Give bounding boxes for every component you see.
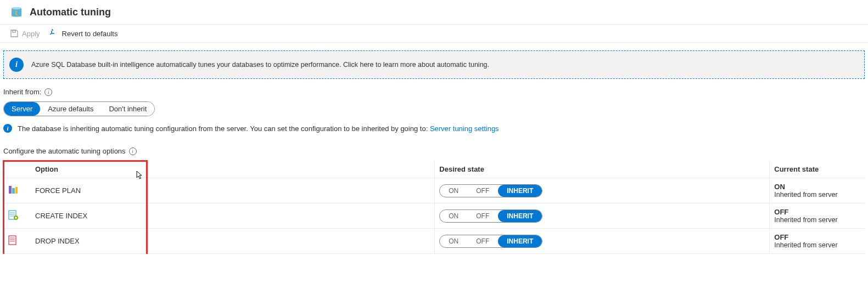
current-state-value: OFF <box>774 208 860 216</box>
force-plan-icon <box>8 184 19 195</box>
apply-label: Apply <box>22 30 40 38</box>
server-tuning-settings-link[interactable]: Server tuning settings <box>430 124 499 133</box>
table-row: DROP INDEX ON OFF INHERIT OFF Inherited … <box>3 229 865 254</box>
desired-state-toggle[interactable]: ON OFF INHERIT <box>439 209 542 223</box>
current-state-value: ON <box>774 183 860 191</box>
inherit-note-text: The database is inheriting automatic tun… <box>18 124 430 133</box>
state-on[interactable]: ON <box>440 185 467 197</box>
state-inherit[interactable]: INHERIT <box>498 210 542 222</box>
info-icon: i <box>3 124 12 133</box>
option-name: CREATE INDEX <box>35 212 430 220</box>
inherit-note: i The database is inheriting automatic t… <box>3 124 865 146</box>
drop-index-icon <box>8 235 19 246</box>
col-header-desired: Desired state <box>435 161 770 178</box>
svg-rect-4 <box>15 187 18 194</box>
desired-state-toggle[interactable]: ON OFF INHERIT <box>439 184 542 197</box>
automatic-tuning-icon <box>10 5 23 19</box>
current-state-source: Inherited from server <box>774 216 860 224</box>
col-header-current: Current state <box>770 161 865 178</box>
state-on[interactable]: ON <box>440 210 467 222</box>
inherit-option-dont-inherit[interactable]: Don't inherit <box>101 102 154 116</box>
apply-button[interactable]: Apply <box>10 29 40 38</box>
inherit-from-label: Inherit from: i <box>3 87 865 101</box>
current-state-source: Inherited from server <box>774 241 860 249</box>
action-bar: Apply Revert to defaults <box>0 25 868 43</box>
info-icon: i <box>9 58 24 72</box>
table-row: FORCE PLAN ON OFF INHERIT ON Inherited f… <box>3 178 865 203</box>
desired-state-toggle[interactable]: ON OFF INHERIT <box>439 235 542 248</box>
info-banner-text: Azure SQL Database built-in intelligence… <box>31 61 489 69</box>
option-name: DROP INDEX <box>35 237 430 245</box>
col-header-option: Option <box>3 161 435 178</box>
save-icon <box>10 29 19 38</box>
state-on[interactable]: ON <box>440 235 467 247</box>
svg-rect-1 <box>13 30 15 32</box>
svg-rect-10 <box>9 236 16 245</box>
info-banner[interactable]: i Azure SQL Database built-in intelligen… <box>3 50 865 79</box>
state-off[interactable]: OFF <box>467 185 498 197</box>
create-index-icon <box>8 209 19 220</box>
revert-button[interactable]: Revert to defaults <box>50 29 118 38</box>
options-table: Option Desired state Current state FORCE… <box>3 161 865 254</box>
inherit-option-server[interactable]: Server <box>4 102 40 116</box>
inherit-option-azure-defaults[interactable]: Azure defaults <box>40 102 101 116</box>
options-table-wrap: Option Desired state Current state FORCE… <box>3 161 865 254</box>
option-name: FORCE PLAN <box>35 186 430 195</box>
revert-icon <box>50 29 59 38</box>
page-title: Automatic tuning <box>30 7 111 18</box>
state-inherit[interactable]: INHERIT <box>498 185 542 197</box>
state-off[interactable]: OFF <box>467 235 498 247</box>
svg-point-0 <box>12 7 21 9</box>
current-state-source: Inherited from server <box>774 191 860 199</box>
help-icon[interactable]: i <box>44 88 52 96</box>
state-inherit[interactable]: INHERIT <box>498 235 542 247</box>
revert-label: Revert to defaults <box>62 30 118 38</box>
inherit-toggle[interactable]: Server Azure defaults Don't inherit <box>3 101 155 116</box>
help-icon[interactable]: i <box>129 148 137 155</box>
configure-label: Configure the automatic tuning options i <box>3 146 865 161</box>
state-off[interactable]: OFF <box>467 210 498 222</box>
svg-rect-3 <box>12 188 15 194</box>
table-row: CREATE INDEX ON OFF INHERIT OFF Inherite… <box>3 203 865 229</box>
current-state-value: OFF <box>774 233 860 241</box>
page-header: Automatic tuning <box>0 0 868 25</box>
svg-rect-2 <box>9 186 12 194</box>
